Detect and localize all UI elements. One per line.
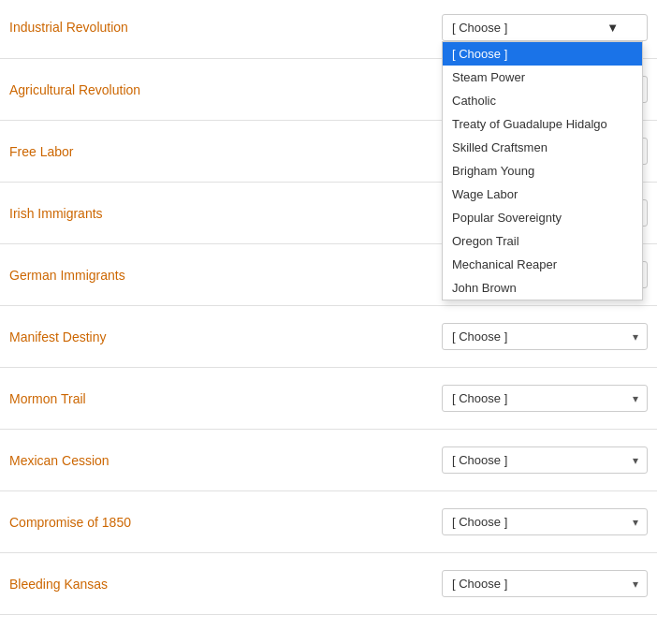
dropdown-wrapper-mexican-cession: [ Choose ]▾ (442, 446, 648, 474)
dropdown-option-treaty[interactable]: Treaty of Guadalupe Hidalgo (443, 112, 642, 136)
dropdown-trigger-industrial-revolution[interactable]: [ Choose ]▼ (442, 14, 648, 41)
open-dropdown-industrial-revolution[interactable]: [ Choose ]▼[ Choose ]Steam PowerCatholic… (442, 14, 648, 41)
dropdown-option-steam-power[interactable]: Steam Power (443, 66, 642, 89)
row-industrial-revolution: Industrial Revolution[ Choose ]▼[ Choose… (0, 0, 657, 59)
row-bleeding-kansas: Bleeding Kansas[ Choose ]▾ (0, 553, 657, 615)
label-free-labor: Free Labor (9, 144, 442, 159)
label-industrial-revolution: Industrial Revolution (9, 14, 442, 35)
dropdown-trigger-text: [ Choose ] (452, 21, 507, 35)
dropdown-select-mexican-cession[interactable]: [ Choose ] (442, 446, 648, 474)
dropdown-option-john-brown[interactable]: John Brown (443, 276, 642, 300)
dropdown-wrapper-manifest-destiny: [ Choose ]▾ (442, 323, 648, 350)
label-mexican-cession: Mexican Cession (9, 453, 442, 468)
dropdown-option-mechanical-reaper[interactable]: Mechanical Reaper (443, 253, 642, 276)
label-agricultural-revolution: Agricultural Revolution (9, 82, 442, 97)
dropdown-option-wage-labor[interactable]: Wage Labor (443, 183, 642, 206)
dropdown-wrapper-compromise-1850: [ Choose ]▾ (442, 508, 648, 535)
dropdown-option-skilled-craftsmen[interactable]: Skilled Craftsmen (443, 136, 642, 159)
label-bleeding-kansas: Bleeding Kansas (9, 577, 442, 592)
dropdown-option-catholic[interactable]: Catholic (443, 89, 642, 112)
dropdown-option-popular-sovereignty[interactable]: Popular Sovereignty (443, 206, 642, 229)
dropdown-option-[interactable]: [ Choose ] (443, 42, 642, 66)
label-mormon-trail: Mormon Trail (9, 391, 442, 406)
dropdown-select-manifest-destiny[interactable]: [ Choose ] (442, 323, 648, 350)
dropdown-option-oregon-trail[interactable]: Oregon Trail (443, 229, 642, 253)
dropdown-list-industrial-revolution: [ Choose ]Steam PowerCatholicTreaty of G… (442, 41, 643, 300)
dropdown-option-brigham-young[interactable]: Brigham Young (443, 159, 642, 183)
row-mexican-cession: Mexican Cession[ Choose ]▾ (0, 430, 657, 491)
dropdown-select-bleeding-kansas[interactable]: [ Choose ] (442, 570, 648, 597)
dropdown-wrapper-mormon-trail: [ Choose ]▾ (442, 385, 648, 412)
label-compromise-1850: Compromise of 1850 (9, 515, 442, 530)
dropdown-select-compromise-1850[interactable]: [ Choose ] (442, 508, 648, 535)
label-irish-immigrants: Irish Immigrants (9, 206, 442, 221)
chevron-down-icon: ▼ (606, 21, 619, 35)
dropdown-select-mormon-trail[interactable]: [ Choose ] (442, 385, 648, 412)
row-compromise-1850: Compromise of 1850[ Choose ]▾ (0, 491, 657, 553)
label-german-immigrants: German Immigrants (9, 268, 442, 283)
dropdown-wrapper-bleeding-kansas: [ Choose ]▾ (442, 570, 648, 597)
label-manifest-destiny: Manifest Destiny (9, 329, 442, 344)
row-manifest-destiny: Manifest Destiny[ Choose ]▾ (0, 306, 657, 368)
highlight-label: Irish Immigrants (9, 206, 103, 221)
row-mormon-trail: Mormon Trail[ Choose ]▾ (0, 368, 657, 430)
